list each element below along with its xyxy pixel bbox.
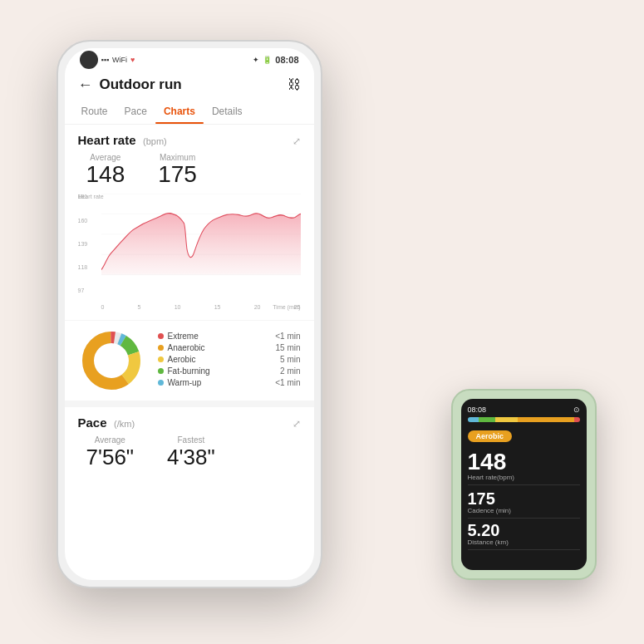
heart-rate-chart: 181 160 139 118 97 bbox=[78, 194, 301, 310]
watch-location-icon: ⊙ bbox=[573, 406, 580, 414]
average-pace-label: Average bbox=[86, 435, 135, 445]
battery-icon: 🔋 bbox=[263, 56, 272, 64]
pace-title: Pace bbox=[78, 415, 107, 430]
watch-distance-value: 5.20 bbox=[468, 522, 580, 538]
signal-icon: ▪▪▪ bbox=[101, 56, 110, 64]
anaerobic-time: 15 min bbox=[275, 343, 300, 352]
watch-screen: 08:08 ⊙ Aerobic 148 Heart rate(bpm) 175 bbox=[461, 399, 587, 570]
fastest-value: 4'38" bbox=[167, 445, 215, 470]
legend-extreme: Extreme <1 min bbox=[158, 332, 301, 341]
phone: ▪▪▪ WiFi ♥ ✦ 🔋 08:08 ← Outdoor run ⛓ bbox=[57, 40, 322, 588]
status-bar: ▪▪▪ WiFi ♥ ✦ 🔋 08:08 bbox=[65, 48, 314, 71]
aerobic-time: 5 min bbox=[280, 355, 300, 364]
max-hr-stat: Maximum 175 bbox=[158, 153, 197, 188]
donut-chart bbox=[78, 327, 145, 394]
fatburning-seg bbox=[479, 417, 495, 422]
extreme-seg bbox=[574, 417, 580, 422]
anaerobic-dot bbox=[158, 345, 164, 351]
zone-section: Extreme <1 min Anaerobic 15 min bbox=[65, 320, 314, 401]
page-header: ← Outdoor run ⛓ bbox=[65, 71, 314, 99]
fatburning-time: 2 min bbox=[280, 366, 300, 376]
bluetooth-icon: ✦ bbox=[253, 56, 259, 64]
share-icon[interactable]: ⛓ bbox=[288, 77, 301, 92]
watch-hr-value: 148 bbox=[468, 450, 580, 474]
pace-expand-icon[interactable]: ⤢ bbox=[293, 418, 301, 430]
legend-fatburning: Fat-burning 2 min bbox=[158, 366, 301, 376]
extreme-dot bbox=[158, 333, 164, 339]
heart-rate-section: Heart rate (bpm) ⤢ Average 148 Maximum 1… bbox=[65, 125, 314, 321]
warmup-dot bbox=[158, 380, 164, 386]
watch-distance-metric: 5.20 Distance (km) bbox=[468, 522, 580, 550]
watch-time: 08:08 bbox=[468, 406, 487, 414]
legend-warmup: Warm-up <1 min bbox=[158, 378, 301, 387]
anaerobic-label: Anaerobic bbox=[168, 343, 205, 352]
smartwatch: 08:08 ⊙ Aerobic 148 Heart rate(bpm) 175 bbox=[451, 389, 597, 580]
watch-cadence-value: 175 bbox=[468, 490, 580, 507]
watch-distance-label: Distance (km) bbox=[468, 538, 580, 546]
aerobic-dot bbox=[158, 356, 164, 362]
warmup-seg bbox=[468, 417, 479, 422]
watch-hr-label: Heart rate(bpm) bbox=[468, 474, 580, 481]
tab-route[interactable]: Route bbox=[73, 99, 116, 124]
tab-details[interactable]: Details bbox=[204, 99, 251, 124]
pace-stats: Average 7'56" Fastest 4'38" bbox=[78, 435, 301, 470]
watch-cadence-label: Cadence (min) bbox=[468, 507, 580, 514]
warmup-time: <1 min bbox=[275, 378, 300, 387]
watch-cadence-metric: 175 Cadence (min) bbox=[468, 490, 580, 519]
watch-zone-badge: Aerobic bbox=[468, 430, 513, 442]
aerobic-label: Aerobic bbox=[168, 355, 196, 364]
extreme-label: Extreme bbox=[168, 332, 199, 341]
aerobic-seg bbox=[495, 417, 518, 422]
heart-icon: ♥ bbox=[130, 56, 135, 64]
pace-section: Pace (/km) ⤢ Average 7'56" Fastest 4'38" bbox=[65, 401, 314, 477]
legend-aerobic: Aerobic 5 min bbox=[158, 355, 301, 364]
y-axis-unit: Heart rate bbox=[78, 194, 104, 199]
extreme-time: <1 min bbox=[275, 332, 300, 341]
maximum-label: Maximum bbox=[158, 153, 197, 162]
warmup-label: Warm-up bbox=[168, 378, 202, 387]
fastest-label: Fastest bbox=[167, 435, 215, 445]
average-pace-stat: Average 7'56" bbox=[86, 435, 135, 470]
wifi-icon: WiFi bbox=[112, 56, 127, 64]
chart-y-labels: 181 160 139 118 97 bbox=[78, 194, 101, 293]
pace-unit: (/km) bbox=[114, 419, 135, 429]
watch-zone-bar bbox=[468, 417, 580, 422]
zone-legend: Extreme <1 min Anaerobic 15 min bbox=[158, 332, 301, 390]
average-hr-stat: Average 148 bbox=[86, 153, 125, 188]
average-label: Average bbox=[86, 153, 125, 162]
average-pace-value: 7'56" bbox=[86, 445, 135, 470]
legend-anaerobic: Anaerobic 15 min bbox=[158, 343, 301, 352]
fastest-pace-stat: Fastest 4'38" bbox=[167, 435, 215, 470]
maximum-value: 175 bbox=[158, 162, 197, 188]
back-button[interactable]: ← bbox=[78, 76, 93, 94]
chart-x-labels: 0510152025 bbox=[101, 304, 301, 310]
fatburning-dot bbox=[158, 368, 164, 374]
heart-rate-stats: Average 148 Maximum 175 bbox=[78, 153, 301, 188]
fatburning-label: Fat-burning bbox=[168, 366, 210, 376]
average-value: 148 bbox=[86, 162, 125, 188]
chart-svg bbox=[101, 194, 301, 295]
x-axis-unit: Time (min) bbox=[273, 304, 300, 310]
expand-icon[interactable]: ⤢ bbox=[293, 135, 301, 147]
page-title: Outdoor run bbox=[100, 76, 182, 93]
anaerobic-seg bbox=[518, 417, 574, 422]
time-display: 08:08 bbox=[275, 55, 298, 65]
tab-pace[interactable]: Pace bbox=[116, 99, 155, 124]
tab-bar: Route Pace Charts Details bbox=[65, 99, 314, 125]
tab-charts[interactable]: Charts bbox=[155, 99, 204, 124]
watch-hr-metric: 148 Heart rate(bpm) bbox=[468, 450, 580, 485]
watch-status-bar: 08:08 ⊙ bbox=[468, 406, 580, 414]
camera-dot bbox=[80, 51, 98, 69]
heart-rate-unit: (bpm) bbox=[143, 136, 167, 146]
heart-rate-title: Heart rate bbox=[78, 133, 136, 147]
